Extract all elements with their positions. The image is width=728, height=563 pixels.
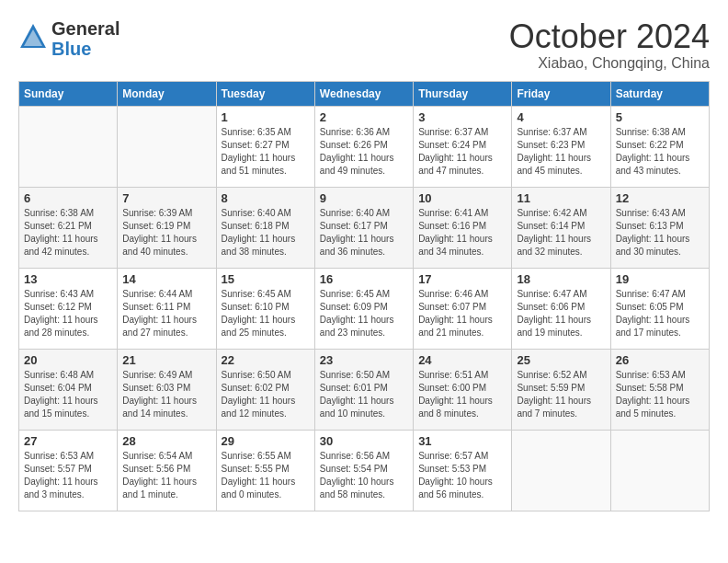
calendar-cell: 27Sunrise: 6:53 AM Sunset: 5:57 PM Dayli… xyxy=(19,430,118,511)
day-number: 15 xyxy=(222,272,310,286)
calendar-cell: 22Sunrise: 6:50 AM Sunset: 6:02 PM Dayli… xyxy=(216,349,314,430)
day-number: 3 xyxy=(418,110,506,124)
calendar-cell: 8Sunrise: 6:40 AM Sunset: 6:18 PM Daylig… xyxy=(216,187,314,268)
location-title: Xiabao, Chongqing, China xyxy=(509,55,710,72)
day-info: Sunrise: 6:38 AM Sunset: 6:21 PM Dayligh… xyxy=(24,207,112,259)
day-number: 24 xyxy=(418,353,506,367)
logo-icon xyxy=(18,22,48,55)
calendar-cell: 11Sunrise: 6:42 AM Sunset: 6:14 PM Dayli… xyxy=(512,187,610,268)
day-info: Sunrise: 6:45 AM Sunset: 6:10 PM Dayligh… xyxy=(222,288,310,339)
day-number: 14 xyxy=(122,272,210,286)
day-number: 18 xyxy=(517,272,605,286)
day-info: Sunrise: 6:42 AM Sunset: 6:14 PM Dayligh… xyxy=(517,207,605,259)
calendar-cell: 26Sunrise: 6:53 AM Sunset: 5:58 PM Dayli… xyxy=(610,349,709,430)
day-number: 29 xyxy=(222,434,310,448)
calendar-cell: 15Sunrise: 6:45 AM Sunset: 6:10 PM Dayli… xyxy=(216,268,314,349)
day-number: 16 xyxy=(320,272,408,286)
day-info: Sunrise: 6:43 AM Sunset: 6:13 PM Dayligh… xyxy=(616,207,704,259)
day-number: 7 xyxy=(122,191,210,205)
day-info: Sunrise: 6:43 AM Sunset: 6:12 PM Dayligh… xyxy=(24,288,112,339)
day-number: 6 xyxy=(24,191,112,205)
day-info: Sunrise: 6:37 AM Sunset: 6:23 PM Dayligh… xyxy=(517,126,605,178)
day-info: Sunrise: 6:46 AM Sunset: 6:07 PM Dayligh… xyxy=(418,288,506,339)
logo: General Blue xyxy=(18,18,119,59)
calendar-cell: 14Sunrise: 6:44 AM Sunset: 6:11 PM Dayli… xyxy=(118,268,216,349)
day-info: Sunrise: 6:44 AM Sunset: 6:11 PM Dayligh… xyxy=(122,288,210,339)
calendar-cell: 17Sunrise: 6:46 AM Sunset: 6:07 PM Dayli… xyxy=(414,268,512,349)
day-info: Sunrise: 6:47 AM Sunset: 6:06 PM Dayligh… xyxy=(517,288,605,339)
calendar-cell: 3Sunrise: 6:37 AM Sunset: 6:24 PM Daylig… xyxy=(414,106,512,187)
day-info: Sunrise: 6:37 AM Sunset: 6:24 PM Dayligh… xyxy=(418,126,506,178)
day-info: Sunrise: 6:45 AM Sunset: 6:09 PM Dayligh… xyxy=(320,288,408,339)
calendar-cell: 9Sunrise: 6:40 AM Sunset: 6:17 PM Daylig… xyxy=(314,187,413,268)
calendar-cell: 5Sunrise: 6:38 AM Sunset: 6:22 PM Daylig… xyxy=(610,106,709,187)
day-number: 27 xyxy=(24,434,112,448)
day-info: Sunrise: 6:36 AM Sunset: 6:26 PM Dayligh… xyxy=(320,126,408,178)
calendar-cell: 25Sunrise: 6:52 AM Sunset: 5:59 PM Dayli… xyxy=(512,349,610,430)
month-title: October 2024 xyxy=(509,18,710,55)
day-number: 25 xyxy=(517,353,605,367)
day-info: Sunrise: 6:41 AM Sunset: 6:16 PM Dayligh… xyxy=(418,207,506,259)
day-info: Sunrise: 6:55 AM Sunset: 5:55 PM Dayligh… xyxy=(222,450,310,501)
day-number: 19 xyxy=(616,272,704,286)
day-info: Sunrise: 6:52 AM Sunset: 5:59 PM Dayligh… xyxy=(517,369,605,420)
calendar-cell: 16Sunrise: 6:45 AM Sunset: 6:09 PM Dayli… xyxy=(314,268,413,349)
day-number: 11 xyxy=(517,191,605,205)
day-number: 1 xyxy=(222,110,310,124)
day-number: 26 xyxy=(616,353,704,367)
day-info: Sunrise: 6:35 AM Sunset: 6:27 PM Dayligh… xyxy=(222,126,310,178)
page-header: General Blue October 2024 Xiabao, Chongq… xyxy=(18,18,710,72)
day-info: Sunrise: 6:53 AM Sunset: 5:57 PM Dayligh… xyxy=(24,450,112,501)
day-number: 2 xyxy=(320,110,408,124)
day-number: 10 xyxy=(418,191,506,205)
calendar-cell: 4Sunrise: 6:37 AM Sunset: 6:23 PM Daylig… xyxy=(512,106,610,187)
weekday-header: Saturday xyxy=(610,81,709,106)
calendar-table: SundayMondayTuesdayWednesdayThursdayFrid… xyxy=(18,81,710,511)
calendar-cell: 19Sunrise: 6:47 AM Sunset: 6:05 PM Dayli… xyxy=(610,268,709,349)
calendar-cell: 20Sunrise: 6:48 AM Sunset: 6:04 PM Dayli… xyxy=(19,349,118,430)
weekday-header: Tuesday xyxy=(216,81,314,106)
day-number: 12 xyxy=(616,191,704,205)
day-number: 21 xyxy=(122,353,210,367)
day-info: Sunrise: 6:54 AM Sunset: 5:56 PM Dayligh… xyxy=(122,450,210,501)
day-info: Sunrise: 6:40 AM Sunset: 6:18 PM Dayligh… xyxy=(222,207,310,259)
day-info: Sunrise: 6:47 AM Sunset: 6:05 PM Dayligh… xyxy=(616,288,704,339)
logo-general-text: General xyxy=(51,18,119,39)
calendar-cell: 28Sunrise: 6:54 AM Sunset: 5:56 PM Dayli… xyxy=(118,430,216,511)
day-info: Sunrise: 6:39 AM Sunset: 6:19 PM Dayligh… xyxy=(122,207,210,259)
weekday-header: Friday xyxy=(512,81,610,106)
day-number: 8 xyxy=(222,191,310,205)
day-number: 30 xyxy=(320,434,408,448)
calendar-cell: 23Sunrise: 6:50 AM Sunset: 6:01 PM Dayli… xyxy=(314,349,413,430)
calendar-cell: 2Sunrise: 6:36 AM Sunset: 6:26 PM Daylig… xyxy=(314,106,413,187)
day-number: 22 xyxy=(222,353,310,367)
weekday-header: Wednesday xyxy=(314,81,413,106)
logo-blue-text: Blue xyxy=(51,39,119,59)
day-info: Sunrise: 6:50 AM Sunset: 6:02 PM Dayligh… xyxy=(222,369,310,420)
day-number: 17 xyxy=(418,272,506,286)
calendar-cell: 6Sunrise: 6:38 AM Sunset: 6:21 PM Daylig… xyxy=(19,187,118,268)
day-info: Sunrise: 6:50 AM Sunset: 6:01 PM Dayligh… xyxy=(320,369,408,420)
calendar-cell: 7Sunrise: 6:39 AM Sunset: 6:19 PM Daylig… xyxy=(118,187,216,268)
calendar-cell: 10Sunrise: 6:41 AM Sunset: 6:16 PM Dayli… xyxy=(414,187,512,268)
calendar-cell: 1Sunrise: 6:35 AM Sunset: 6:27 PM Daylig… xyxy=(216,106,314,187)
day-info: Sunrise: 6:56 AM Sunset: 5:54 PM Dayligh… xyxy=(320,450,408,501)
weekday-header: Sunday xyxy=(19,81,118,106)
calendar-cell: 13Sunrise: 6:43 AM Sunset: 6:12 PM Dayli… xyxy=(19,268,118,349)
day-info: Sunrise: 6:49 AM Sunset: 6:03 PM Dayligh… xyxy=(122,369,210,420)
day-number: 13 xyxy=(24,272,112,286)
day-number: 28 xyxy=(122,434,210,448)
day-info: Sunrise: 6:40 AM Sunset: 6:17 PM Dayligh… xyxy=(320,207,408,259)
calendar-cell: 18Sunrise: 6:47 AM Sunset: 6:06 PM Dayli… xyxy=(512,268,610,349)
day-number: 20 xyxy=(24,353,112,367)
calendar-cell: 12Sunrise: 6:43 AM Sunset: 6:13 PM Dayli… xyxy=(610,187,709,268)
weekday-header: Thursday xyxy=(414,81,512,106)
calendar-cell xyxy=(118,106,216,187)
day-info: Sunrise: 6:48 AM Sunset: 6:04 PM Dayligh… xyxy=(24,369,112,420)
calendar-cell: 31Sunrise: 6:57 AM Sunset: 5:53 PM Dayli… xyxy=(414,430,512,511)
calendar-cell xyxy=(610,430,709,511)
day-number: 23 xyxy=(320,353,408,367)
calendar-cell: 30Sunrise: 6:56 AM Sunset: 5:54 PM Dayli… xyxy=(314,430,413,511)
day-info: Sunrise: 6:51 AM Sunset: 6:00 PM Dayligh… xyxy=(418,369,506,420)
day-number: 9 xyxy=(320,191,408,205)
